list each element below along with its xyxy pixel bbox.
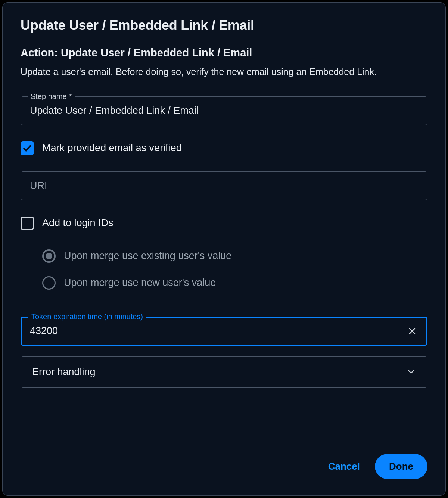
- action-subtitle: Action: Update User / Embedded Link / Em…: [21, 47, 427, 59]
- step-name-label: Step name *: [28, 92, 75, 101]
- login-ids-checkbox[interactable]: [21, 217, 34, 230]
- login-ids-checkbox-row: Add to login IDs: [21, 217, 427, 230]
- login-ids-checkbox-label: Add to login IDs: [42, 217, 113, 229]
- close-icon: [408, 327, 417, 336]
- uri-placeholder: URI: [30, 180, 47, 191]
- token-expiration-label: Token expiration time (in minutes): [28, 312, 146, 321]
- chevron-down-icon: [406, 367, 416, 377]
- done-button[interactable]: Done: [375, 454, 427, 479]
- action-description: Update a user's email. Before doing so, …: [21, 66, 427, 78]
- merge-radio-row-new: Upon merge use new user's value: [42, 276, 427, 290]
- dialog-title: Update User / Embedded Link / Email: [21, 18, 427, 33]
- merge-radio-new[interactable]: [42, 276, 56, 290]
- token-expiration-input[interactable]: 43200: [30, 325, 406, 337]
- dialog-panel: Update User / Embedded Link / Email Acti…: [2, 2, 446, 496]
- verified-checkbox-label: Mark provided email as verified: [42, 142, 182, 154]
- verified-checkbox[interactable]: [21, 141, 34, 155]
- token-expiration-field[interactable]: Token expiration time (in minutes) 43200: [21, 317, 427, 346]
- error-handling-label: Error handling: [32, 366, 96, 378]
- dialog-footer: Cancel Done: [21, 454, 427, 479]
- merge-radio-existing-label: Upon merge use existing user's value: [64, 250, 231, 262]
- step-name-field[interactable]: Step name * Update User / Embedded Link …: [21, 96, 427, 125]
- merge-radio-new-label: Upon merge use new user's value: [64, 277, 216, 289]
- merge-radio-group: Upon merge use existing user's value Upo…: [21, 249, 427, 303]
- step-name-input[interactable]: Update User / Embedded Link / Email: [30, 105, 418, 116]
- error-handling-accordion[interactable]: Error handling: [21, 356, 427, 388]
- merge-radio-existing[interactable]: [42, 249, 56, 263]
- token-expiration-clear-button[interactable]: [406, 325, 418, 337]
- check-icon: [22, 143, 32, 153]
- cancel-button[interactable]: Cancel: [327, 456, 361, 477]
- uri-field[interactable]: URI: [21, 171, 427, 200]
- merge-radio-row-existing: Upon merge use existing user's value: [42, 249, 427, 263]
- verified-checkbox-row: Mark provided email as verified: [21, 141, 427, 155]
